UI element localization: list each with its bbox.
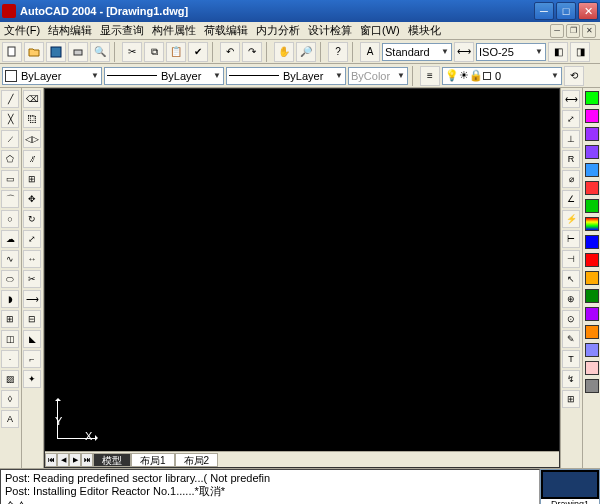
color-orange2[interactable] (585, 325, 599, 339)
tab-next-button[interactable]: ▶ (69, 453, 81, 467)
lineweight-dropdown[interactable]: ByLayer ▼ (226, 67, 346, 85)
doc-restore-button[interactable]: ❐ (566, 24, 580, 38)
copy-tool[interactable]: ⿻ (23, 110, 41, 128)
region-tool[interactable]: ◊ (1, 390, 19, 408)
preview-button[interactable]: 🔍 (90, 42, 110, 62)
tab-last-button[interactable]: ⏭ (81, 453, 93, 467)
close-button[interactable]: ✕ (578, 2, 598, 20)
color-blue2[interactable] (585, 235, 599, 249)
chamfer-tool[interactable]: ◣ (23, 330, 41, 348)
menu-file[interactable]: 文件(F) (4, 23, 40, 38)
menu-window[interactable]: 窗口(W) (360, 23, 400, 38)
tab-layout1[interactable]: 布局1 (131, 453, 175, 467)
array-tool[interactable]: ⊞ (23, 170, 41, 188)
color-purple[interactable] (585, 127, 599, 141)
tool-b-button[interactable]: ◨ (570, 42, 590, 62)
color-red2[interactable] (585, 253, 599, 267)
plotstyle-dropdown[interactable]: ByColor ▼ (348, 67, 408, 85)
dim-radius-tool[interactable]: R (562, 150, 580, 168)
color-pink[interactable] (585, 361, 599, 375)
rotate-tool[interactable]: ↻ (23, 210, 41, 228)
command-window[interactable]: Post: Reading predefined sector library.… (0, 469, 540, 504)
save-button[interactable] (46, 42, 66, 62)
copy-button[interactable]: ⧉ (144, 42, 164, 62)
fillet-tool[interactable]: ⌐ (23, 350, 41, 368)
menu-member[interactable]: 构件属性 (152, 23, 196, 38)
point-tool[interactable]: · (1, 350, 19, 368)
dim-linear-tool[interactable]: ⟷ (562, 90, 580, 108)
help-button[interactable]: ? (328, 42, 348, 62)
text-tool[interactable]: A (1, 410, 19, 428)
ellipse-tool[interactable]: ⬭ (1, 270, 19, 288)
ellipsearc-tool[interactable]: ◗ (1, 290, 19, 308)
tool-a-button[interactable]: ◧ (548, 42, 568, 62)
arc-tool[interactable]: ⌒ (1, 190, 19, 208)
match-button[interactable]: ✔ (188, 42, 208, 62)
tab-model[interactable]: 模型 (93, 453, 131, 467)
color-magenta[interactable] (585, 109, 599, 123)
xline-tool[interactable]: ╳ (1, 110, 19, 128)
dim-quick-tool[interactable]: ⚡ (562, 210, 580, 228)
menu-view[interactable]: 显示查询 (100, 23, 144, 38)
tab-layout2[interactable]: 布局2 (175, 453, 219, 467)
color-darkgreen[interactable] (585, 289, 599, 303)
linetype-dropdown[interactable]: ByLayer ▼ (104, 67, 224, 85)
dim-update-tool[interactable]: ↯ (562, 370, 580, 388)
trim-tool[interactable]: ✂ (23, 270, 41, 288)
menu-design[interactable]: 设计检算 (308, 23, 352, 38)
tolerance-tool[interactable]: ⊕ (562, 290, 580, 308)
print-button[interactable] (68, 42, 88, 62)
polygon-tool[interactable]: ⬠ (1, 150, 19, 168)
preview-thumbnail[interactable] (543, 472, 597, 497)
color-green2[interactable] (585, 199, 599, 213)
drawing-canvas[interactable]: Y X ⏮ ◀ ▶ ⏭ 模型 布局1 布局2 (44, 88, 560, 468)
new-button[interactable] (2, 42, 22, 62)
mirror-tool[interactable]: ◁▷ (23, 130, 41, 148)
dim-aligned-tool[interactable]: ⤢ (562, 110, 580, 128)
undo-button[interactable]: ↶ (220, 42, 240, 62)
extend-tool[interactable]: ⟶ (23, 290, 41, 308)
menu-module[interactable]: 模块化 (408, 23, 441, 38)
layer-prop-button[interactable]: ≡ (420, 66, 440, 86)
color-purple2[interactable] (585, 307, 599, 321)
color-gray[interactable] (585, 379, 599, 393)
color-lightblue[interactable] (585, 343, 599, 357)
spline-tool[interactable]: ∿ (1, 250, 19, 268)
dim-continue-tool[interactable]: ⊣ (562, 250, 580, 268)
textstyle-icon[interactable]: A (360, 42, 380, 62)
block-tool[interactable]: ◫ (1, 330, 19, 348)
dim-ordinate-tool[interactable]: ⊥ (562, 130, 580, 148)
erase-tool[interactable]: ⌫ (23, 90, 41, 108)
dim-angular-tool[interactable]: ∠ (562, 190, 580, 208)
color-red[interactable] (585, 181, 599, 195)
break-tool[interactable]: ⊟ (23, 310, 41, 328)
minimize-button[interactable]: ─ (534, 2, 554, 20)
revcloud-tool[interactable]: ☁ (1, 230, 19, 248)
circle-tool[interactable]: ○ (1, 210, 19, 228)
textstyle-dropdown[interactable]: Standard ▼ (382, 43, 452, 61)
offset-tool[interactable]: ⫽ (23, 150, 41, 168)
centermark-tool[interactable]: ⊙ (562, 310, 580, 328)
color-violet[interactable] (585, 145, 599, 159)
maximize-button[interactable]: □ (556, 2, 576, 20)
color-dropdown[interactable]: ByLayer ▼ (2, 67, 102, 85)
leader-tool[interactable]: ↖ (562, 270, 580, 288)
cut-button[interactable]: ✂ (122, 42, 142, 62)
rectangle-tool[interactable]: ▭ (1, 170, 19, 188)
doc-close-button[interactable]: ✕ (582, 24, 596, 38)
line-tool[interactable]: ╱ (1, 90, 19, 108)
redo-button[interactable]: ↷ (242, 42, 262, 62)
move-tool[interactable]: ✥ (23, 190, 41, 208)
color-green[interactable] (585, 91, 599, 105)
paste-button[interactable]: 📋 (166, 42, 186, 62)
tab-prev-button[interactable]: ◀ (57, 453, 69, 467)
explode-tool[interactable]: ✦ (23, 370, 41, 388)
tab-first-button[interactable]: ⏮ (45, 453, 57, 467)
open-button[interactable] (24, 42, 44, 62)
dim-baseline-tool[interactable]: ⊢ (562, 230, 580, 248)
dimstyle-icon[interactable]: ⟷ (454, 42, 474, 62)
hatch-tool[interactable]: ▨ (1, 370, 19, 388)
layer-dropdown[interactable]: 💡 ☀ 🔒 0 ▼ (442, 67, 562, 85)
doc-minimize-button[interactable]: ─ (550, 24, 564, 38)
menu-struct[interactable]: 结构编辑 (48, 23, 92, 38)
